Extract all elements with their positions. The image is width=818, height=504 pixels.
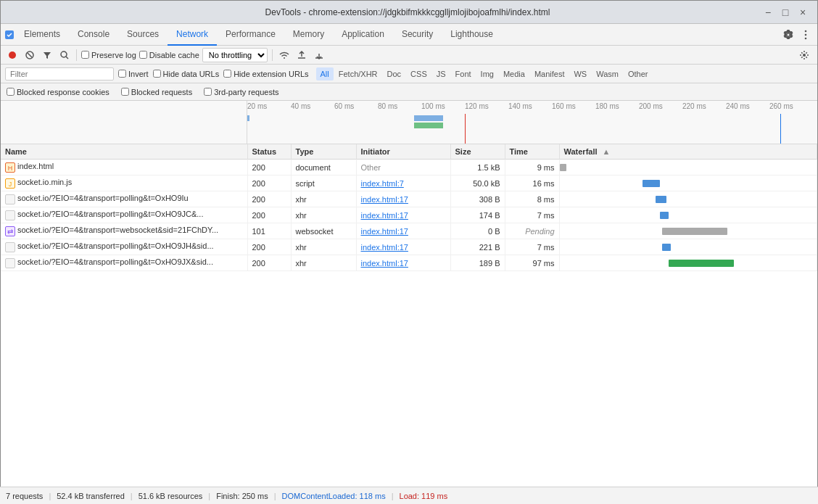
initiator-link[interactable]: index.html:17 — [361, 211, 408, 220]
invert-checkbox[interactable]: Invert — [118, 70, 149, 78]
filter-type-doc[interactable]: Doc — [383, 67, 406, 80]
initiator-link[interactable]: index.html:7 — [361, 179, 404, 188]
hide-extension-urls-checkbox[interactable]: Hide extension URLs — [223, 70, 308, 78]
more-options-icon[interactable] — [797, 26, 814, 44]
tab-application[interactable]: Application — [333, 24, 393, 46]
tab-performance[interactable]: Performance — [217, 24, 284, 46]
minimize-button[interactable]: − — [762, 7, 774, 18]
waterfall-bar — [669, 260, 734, 267]
tab-network[interactable]: Network — [168, 24, 217, 46]
table-scroll[interactable]: Name Status Type Initiator Size Time Wat… — [1, 144, 817, 487]
initiator-link[interactable]: index.html:17 — [361, 227, 408, 236]
row-time: 7 ms — [505, 207, 559, 223]
col-header-size[interactable]: Size — [450, 144, 505, 160]
row-name-2[interactable]: socket.io/?EIO=4&transport=polling&t=OxH… — [1, 191, 247, 207]
filter-type-ws[interactable]: WS — [569, 67, 591, 80]
disable-cache-checkbox[interactable]: Disable cache — [139, 51, 199, 59]
tab-elements[interactable]: Elements — [15, 24, 69, 46]
preserve-log-checkbox[interactable]: Preserve log — [81, 51, 136, 59]
hide-data-urls-checkbox[interactable]: Hide data URLs — [153, 70, 220, 78]
table-row[interactable]: Jsocket.io.min.js200scriptindex.html:750… — [1, 175, 817, 191]
col-header-initiator[interactable]: Initiator — [356, 144, 450, 160]
tab-console[interactable]: Console — [69, 24, 118, 46]
table-row[interactable]: socket.io/?EIO=4&transport=polling&t=OxH… — [1, 207, 817, 223]
filter-type-wasm[interactable]: Wasm — [592, 67, 623, 80]
filter-type-all[interactable]: All — [316, 67, 334, 80]
col-header-status[interactable]: Status — [247, 144, 291, 160]
svg-point-1 — [805, 30, 807, 32]
throttle-select[interactable]: No throttling — [202, 48, 268, 62]
network-table: Name Status Type Initiator Size Time Wat… — [1, 144, 817, 271]
table-row[interactable]: Hindex.html200documentOther1.5 kB9 ms — [1, 160, 817, 175]
initiator-link[interactable]: index.html:17 — [361, 195, 408, 204]
filter-type-other[interactable]: Other — [624, 67, 653, 80]
row-initiator[interactable]: index.html:17 — [356, 239, 450, 255]
row-time: 7 ms — [505, 239, 559, 255]
col-header-time[interactable]: Time — [505, 144, 559, 160]
row-name-4[interactable]: ⇄socket.io/?EIO=4&transport=websocket&si… — [1, 223, 247, 239]
third-party-requests-checkbox[interactable]: 3rd-party requests — [204, 88, 278, 96]
row-name-0[interactable]: Hindex.html — [1, 160, 247, 175]
col-header-waterfall[interactable]: Waterfall ▲ — [559, 144, 817, 160]
search-button[interactable] — [57, 48, 72, 62]
col-header-type[interactable]: Type — [291, 144, 356, 160]
filter-type-css[interactable]: CSS — [406, 67, 431, 80]
record-button[interactable] — [5, 48, 20, 62]
filter-type-js[interactable]: JS — [432, 67, 450, 80]
initiator-link[interactable]: index.html:17 — [361, 243, 408, 252]
table-row[interactable]: socket.io/?EIO=4&transport=polling&t=OxH… — [1, 191, 817, 207]
row-initiator[interactable]: index.html:17 — [356, 255, 450, 271]
filter-toggle-button[interactable] — [40, 48, 54, 62]
filter-type-fetchxhr[interactable]: Fetch/XHR — [334, 67, 382, 80]
row-name-1[interactable]: Jsocket.io.min.js — [1, 175, 247, 191]
network-settings-icon[interactable] — [796, 46, 813, 64]
row-waterfall — [559, 191, 817, 207]
row-initiator[interactable]: index.html:17 — [356, 191, 450, 207]
row-initiator[interactable]: index.html:17 — [356, 207, 450, 223]
filter-type-font[interactable]: Font — [451, 67, 476, 80]
timeline-chart[interactable]: 20 ms 40 ms 60 ms 80 ms 100 ms 120 ms 14… — [247, 101, 817, 144]
wifi-conditions-button[interactable] — [277, 48, 292, 62]
tab-lighthouse[interactable]: Lighthouse — [442, 24, 502, 46]
row-name-5[interactable]: socket.io/?EIO=4&transport=polling&t=OxH… — [1, 239, 247, 255]
filter-bar: Invert Hide data URLs Hide extension URL… — [1, 65, 817, 83]
initiator-link[interactable]: index.html:17 — [361, 259, 408, 268]
clear-button[interactable] — [22, 48, 37, 62]
col-header-name[interactable]: Name — [1, 144, 247, 160]
row-initiator[interactable]: index.html:7 — [356, 175, 450, 191]
domcontentloaded-line — [465, 114, 466, 144]
table-row[interactable]: ⇄socket.io/?EIO=4&transport=websocket&si… — [1, 223, 817, 239]
tick-240ms: 240 ms — [726, 102, 750, 110]
svg-line-8 — [66, 57, 68, 59]
row-status: 200 — [247, 191, 291, 207]
filter-type-media[interactable]: Media — [499, 67, 529, 80]
table-row[interactable]: socket.io/?EIO=4&transport=polling&t=OxH… — [1, 239, 817, 255]
filter-input[interactable] — [5, 67, 114, 80]
network-toolbar: Preserve log Disable cache No throttling — [1, 46, 817, 65]
file-type-icon — [5, 194, 15, 205]
tab-sources[interactable]: Sources — [118, 24, 168, 46]
waterfall-bar — [662, 244, 671, 251]
row-status: 200 — [247, 239, 291, 255]
row-name-3[interactable]: socket.io/?EIO=4&transport=polling&t=OxH… — [1, 207, 247, 223]
row-filename: socket.io/?EIO=4&transport=polling&t=OxH… — [17, 241, 214, 250]
tick-200ms: 200 ms — [639, 102, 663, 110]
settings-icon[interactable] — [780, 26, 797, 44]
row-name-6[interactable]: socket.io/?EIO=4&transport=polling&t=OxH… — [1, 255, 247, 271]
filter-type-manifest[interactable]: Manifest — [530, 67, 569, 80]
tab-security[interactable]: Security — [393, 24, 442, 46]
table-row[interactable]: socket.io/?EIO=4&transport=polling&t=OxH… — [1, 255, 817, 271]
import-har-button[interactable] — [294, 48, 309, 62]
transferred-size: 52.4 kB transferred — [57, 492, 125, 500]
blocked-bar: Blocked response cookies Blocked request… — [1, 83, 817, 101]
blocked-requests-checkbox[interactable]: Blocked requests — [121, 88, 192, 96]
blocked-response-cookies-checkbox[interactable]: Blocked response cookies — [7, 88, 110, 96]
close-button[interactable]: × — [797, 7, 809, 18]
tab-memory[interactable]: Memory — [284, 24, 333, 46]
filter-type-img[interactable]: Img — [476, 67, 498, 80]
restore-button[interactable]: □ — [780, 7, 791, 18]
file-type-icon — [5, 242, 15, 252]
export-har-button[interactable] — [312, 48, 326, 62]
row-initiator[interactable]: index.html:17 — [356, 223, 450, 239]
file-type-icon — [5, 210, 15, 220]
